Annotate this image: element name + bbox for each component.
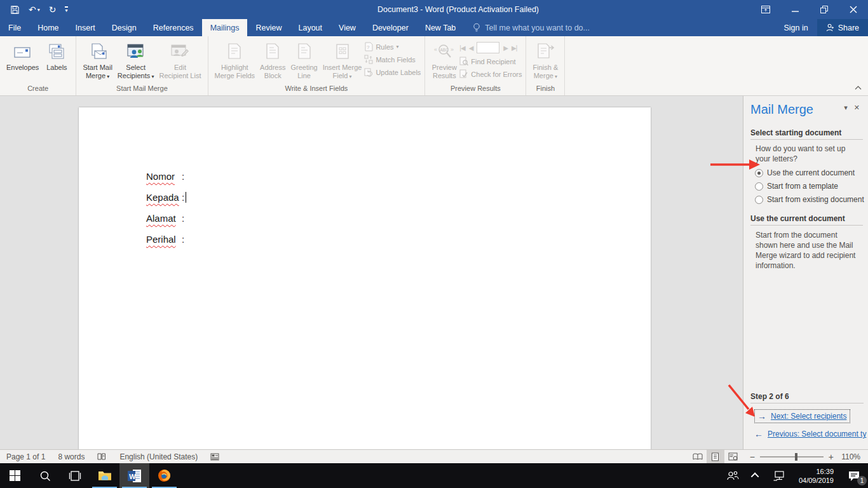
doc-colon: : [182,192,184,203]
share-button[interactable]: Share [817,19,868,36]
doc-line-alamat[interactable]: Alamat: [146,213,651,234]
taskbar-search-button[interactable] [30,463,60,488]
labels-icon [47,41,66,64]
doc-line-nomor[interactable]: Nomor: [146,171,651,192]
tab-file[interactable]: File [0,19,29,36]
radio-icon[interactable] [755,196,763,204]
redo-button[interactable]: ↻ [49,4,57,15]
share-label: Share [838,24,859,32]
page-count[interactable]: Page 1 of 1 [0,452,51,461]
find-recipient-icon [459,57,468,66]
address-block-label-1: Address [260,64,285,72]
document-page[interactable]: Nomor: Kepada: Alamat: Perihal: [79,107,651,449]
previous-step-link[interactable]: ← Previous: Select document ty [754,429,868,439]
insert-merge-field-button: Insert Merge Field [320,39,365,81]
people-button[interactable] [720,463,745,488]
file-explorer-icon [98,470,112,482]
save-icon[interactable] [10,5,20,15]
start-mail-merge-button[interactable]: Start Mail Merge [80,39,114,81]
file-explorer-button[interactable] [90,463,119,488]
tab-references[interactable]: References [145,19,202,36]
taskbar-clock[interactable]: 16:39 04/09/2019 [792,463,840,488]
doc-colon: : [182,234,184,245]
edit-recipient-list-button: Edit Recipient List [156,39,203,80]
insert-merge-field-label-1: Insert Merge [323,64,362,72]
ribbon-group-finish: Finish & Merge Finish [526,36,565,95]
macro-recording-icon[interactable] [204,453,226,461]
radio-use-current-document[interactable]: Use the current document [755,168,863,177]
address-block-icon [264,41,281,64]
zoom-percentage[interactable]: 110% [839,452,860,461]
firefox-taskbar-button[interactable] [149,463,179,488]
highlight-merge-fields-label-1: Highlight [221,64,248,72]
print-layout-button[interactable] [707,450,724,464]
action-center-button[interactable]: 1 [840,463,868,488]
tabrow-spacer [599,19,775,36]
zoom-slider-thumb[interactable] [795,453,797,461]
radio-selected-icon[interactable] [755,169,763,177]
sign-in-button[interactable]: Sign in [775,19,817,36]
web-layout-button[interactable] [724,450,742,464]
windows-logo-icon [10,470,20,481]
envelopes-button[interactable]: Envelopes [4,39,41,72]
minimize-button[interactable] [780,0,810,19]
radio-start-from-existing[interactable]: Start from existing document [755,195,863,204]
show-hidden-icons-button[interactable] [745,463,767,488]
close-button[interactable] [839,0,868,19]
first-record-icon: |◀ [459,44,465,51]
undo-caret-icon[interactable]: ▾ [37,7,40,13]
radio-start-from-template[interactable]: Start from a template [755,182,863,191]
word-count[interactable]: 8 words [51,452,91,461]
tab-layout[interactable]: Layout [290,19,330,36]
task-view-button[interactable] [60,463,90,488]
tab-review[interactable]: Review [247,19,290,36]
tell-me-box[interactable]: Tell me what you want to do... [464,19,599,36]
select-recipients-button[interactable]: Select Recipients [115,39,157,81]
tab-home[interactable]: Home [29,19,67,36]
tab-new-tab[interactable]: New Tab [417,19,464,36]
update-labels-button: Update Labels [364,67,421,77]
use-current-document-heading: Use the current document [750,214,863,226]
text-cursor [186,192,186,203]
tab-mailings[interactable]: Mailings [202,19,248,36]
undo-button[interactable]: ↶▾ [29,4,40,15]
read-mode-button[interactable] [689,450,707,464]
radio-icon[interactable] [755,182,763,191]
word-taskbar-button[interactable]: W [119,463,149,488]
proofing-errors-icon[interactable] [91,452,113,461]
pane-close-icon[interactable]: ✕ [851,102,863,113]
ribbon-display-options-button[interactable] [751,0,780,19]
doc-line-perihal[interactable]: Perihal: [146,234,651,255]
firefox-icon [158,469,171,482]
previous-link-label: Previous: Select document ty [768,430,866,438]
preview-results-icon: «ABC» [433,41,455,64]
ribbon-group-preview-results: «ABC» Preview Results |◀ ◀ ▶ ▶| [425,36,526,95]
restore-button[interactable] [810,0,839,19]
tab-developer[interactable]: Developer [364,19,417,36]
zoom-slider[interactable] [760,456,824,458]
collapse-ribbon-icon[interactable] [855,81,862,93]
pane-options-icon[interactable]: ▾ [841,102,851,113]
tab-design[interactable]: Design [104,19,145,36]
search-icon [39,470,51,482]
zoom-out-button[interactable]: − [750,452,755,462]
doc-line-kepada[interactable]: Kepada: [146,192,651,213]
people-icon [726,471,739,481]
match-fields-label: Match Fields [376,56,415,64]
radio-label: Start from a template [767,182,838,191]
tab-insert[interactable]: Insert [67,19,104,36]
tab-view[interactable]: View [330,19,364,36]
labels-button[interactable]: Labels [41,39,72,72]
start-button[interactable] [0,463,30,488]
select-starting-document-heading: Select starting document [750,128,863,140]
language-indicator[interactable]: English (United States) [113,452,204,461]
svg-text:ABC: ABC [440,48,449,52]
word-window: ↶▾ ↻ ▾ Document3 - Word (Product Activat… [0,0,868,488]
next-step-link[interactable]: → Next: Select recipients [754,409,850,423]
find-recipient-label: Find Recipient [471,58,515,65]
customize-qat-button[interactable]: ▾ [65,6,67,13]
check-for-errors-icon [459,69,468,79]
network-icon [773,470,786,481]
zoom-in-button[interactable]: + [829,452,834,462]
network-tray-icon[interactable] [767,463,792,488]
